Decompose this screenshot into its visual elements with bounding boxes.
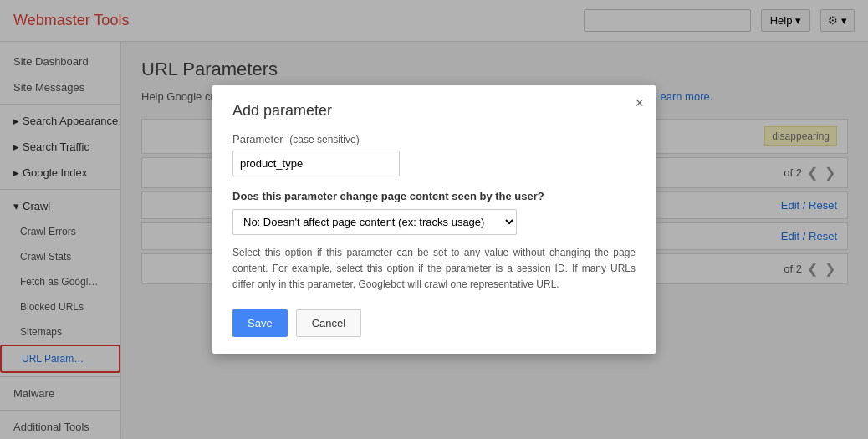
dialog-hint: Select this option if this parameter can… (232, 245, 636, 294)
save-button[interactable]: Save (232, 309, 288, 337)
dialog-actions: Save Cancel (232, 309, 636, 337)
modal-overlay[interactable]: × Add parameter Parameter (case sensitiv… (0, 0, 868, 439)
case-sensitive-note: (case sensitive) (289, 134, 359, 145)
close-button[interactable]: × (635, 95, 644, 110)
dialog-title: Add parameter (232, 102, 636, 120)
parameter-select[interactable]: No: Doesn't affect page content (ex: tra… (232, 209, 517, 235)
add-parameter-dialog: × Add parameter Parameter (case sensitiv… (212, 85, 656, 355)
parameter-label: Parameter (case sensitive) (232, 133, 636, 145)
parameter-question: Does this parameter change page content … (232, 190, 636, 202)
cancel-button[interactable]: Cancel (296, 309, 361, 337)
parameter-input[interactable] (232, 151, 400, 176)
